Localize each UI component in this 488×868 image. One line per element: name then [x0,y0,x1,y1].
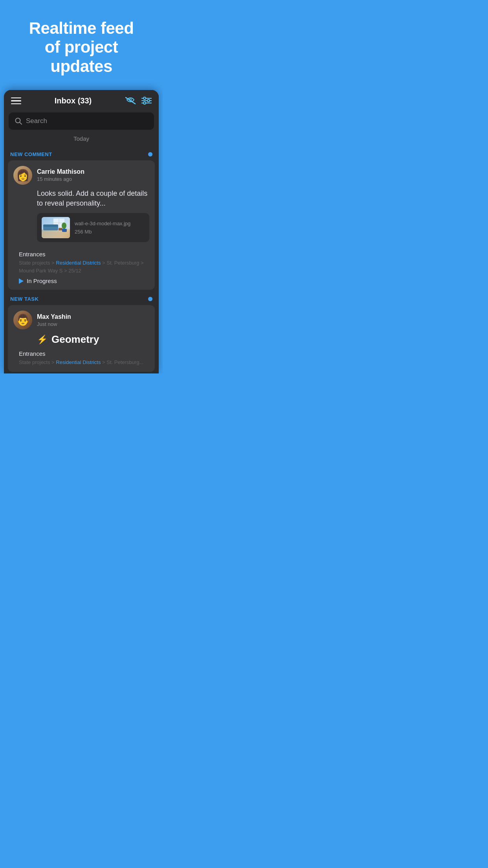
attachment-thumbnail [42,217,70,238]
top-bar-actions [125,97,152,105]
new-task-tag: NEW TASK [10,296,39,302]
new-task-section: NEW TASK Max Yashin Just now ⚡ Geometry … [4,292,159,372]
svg-point-0 [129,99,131,101]
unread-dot-task [148,297,152,301]
lightning-icon: ⚡ [37,335,48,345]
max-time: Just now [37,321,71,327]
hide-read-icon[interactable] [125,97,136,105]
svg-rect-15 [43,224,58,227]
new-comment-section-header: NEW COMMENT [4,147,159,160]
attachment-info: wall-e-3d-model-max.jpg 256 Mb [75,221,130,235]
file-name: wall-e-3d-model-max.jpg [75,221,130,227]
comment-breadcrumb: State projects > Residential Districts >… [19,259,144,274]
carrie-avatar [13,166,32,185]
task-card[interactable]: Max Yashin Just now ⚡ Geometry Entrances… [8,305,155,372]
task-item-name: Entrances [19,350,144,357]
search-placeholder: Search [26,117,47,125]
comment-body: Looks solid. Add a couple of details to … [13,189,149,208]
comment-user-row: Carrie Mathison 15 minutes ago [13,166,149,185]
comment-card[interactable]: Carrie Mathison 15 minutes ago Looks sol… [8,160,155,290]
new-comment-tag: NEW COMMENT [10,151,52,157]
in-progress-icon [19,278,24,284]
task-title: Geometry [51,333,99,346]
unread-dot-comment [148,152,152,156]
attachment-card[interactable]: wall-e-3d-model-max.jpg 256 Mb [37,213,149,242]
breadcrumb-residential: Residential Districts [56,260,101,266]
task-meta: Entrances State projects > Residential D… [13,349,149,372]
date-label: Today [4,135,159,142]
file-size: 256 Mb [75,229,130,235]
svg-line-8 [20,122,22,124]
comment-item-meta: Entrances State projects > Residential D… [13,247,149,290]
top-bar: Inbox (33) [4,90,159,110]
search-bar[interactable]: Search [9,112,154,130]
svg-point-17 [62,223,66,229]
hamburger-menu-button[interactable] [11,97,21,105]
hero-title: Realtime feed of project updates [12,19,151,76]
task-user-row: Max Yashin Just now [13,311,149,329]
search-icon [15,118,22,125]
max-name: Max Yashin [37,313,71,320]
inbox-title: Inbox (33) [55,96,92,105]
filters-icon[interactable] [141,97,152,105]
svg-rect-19 [62,229,67,232]
max-user-info: Max Yashin Just now [37,313,71,327]
new-task-section-header: NEW TASK [4,292,159,305]
max-avatar [13,311,32,329]
comment-item-name: Entrances [19,251,144,257]
status-label: In Progress [27,278,57,284]
task-breadcrumb: State projects > Residential Districts >… [19,359,144,366]
hero-section: Realtime feed of project updates [0,0,163,90]
carrie-name: Carrie Mathison [37,168,84,175]
svg-point-6 [143,102,146,104]
svg-point-2 [143,97,146,99]
breadcrumb-text: State projects > [19,260,56,266]
carrie-time: 15 minutes ago [37,176,84,182]
status-row: In Progress [19,278,144,284]
room-svg [42,217,70,238]
app-mockup: Inbox (33) Search To [4,90,159,373]
carrie-user-info: Carrie Mathison 15 minutes ago [37,168,84,182]
svg-point-4 [147,99,150,102]
svg-rect-18 [59,228,62,230]
task-title-row: ⚡ Geometry [37,333,149,346]
